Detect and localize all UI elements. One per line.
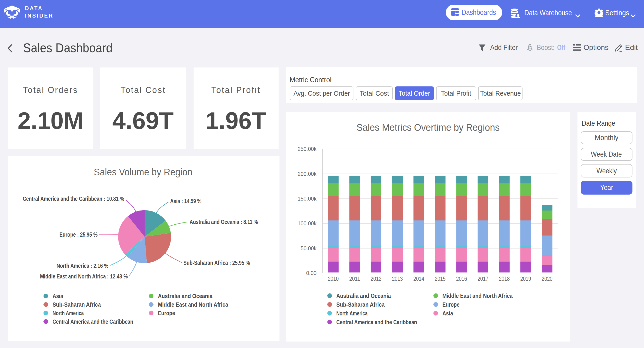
svg-text:2011: 2011: [349, 275, 360, 282]
svg-text:Sub-Saharan Africa: Sub-Saharan Africa: [52, 301, 101, 308]
svg-text:Sales Volume by Region: Sales Volume by Region: [94, 166, 192, 177]
svg-text:2016: 2016: [456, 275, 467, 282]
svg-text:2020: 2020: [542, 275, 552, 282]
svg-text:Australia and Oceania: Australia and Oceania: [158, 292, 212, 299]
svg-text:150.00k: 150.00k: [298, 195, 317, 202]
svg-text:2014: 2014: [414, 275, 424, 282]
svg-text:Europe : 25.95 %: Europe : 25.95 %: [59, 231, 98, 238]
svg-text:Australia and Oceania : 8.11 %: Australia and Oceania : 8.11 %: [190, 218, 258, 225]
svg-text:Sales Metrics Overtime by Regi: Sales Metrics Overtime by Regions: [356, 122, 500, 133]
svg-text:250.00k: 250.00k: [298, 146, 317, 152]
svg-text:2019: 2019: [520, 275, 531, 282]
svg-text:2018: 2018: [499, 275, 510, 282]
svg-text:2012: 2012: [371, 275, 382, 282]
svg-text:Australia and Oceania: Australia and Oceania: [336, 292, 391, 299]
svg-text:Sub-Saharan Africa : 25.95 %: Sub-Saharan Africa : 25.95 %: [184, 259, 250, 266]
svg-text:Europe: Europe: [442, 301, 460, 308]
svg-text:2017: 2017: [478, 275, 488, 282]
svg-text:Middle East and North Africa: Middle East and North Africa: [158, 301, 228, 308]
svg-text:50.00k: 50.00k: [300, 245, 317, 251]
svg-text:200.00k: 200.00k: [298, 171, 317, 177]
svg-text:North America: North America: [336, 310, 368, 317]
svg-text:Middle East and North Africa :: Middle East and North Africa : 12.43 %: [40, 273, 128, 280]
svg-text:100.00k: 100.00k: [298, 220, 317, 226]
svg-text:Central America and the Caribb: Central America and the Caribbean : 10.8…: [23, 195, 124, 202]
svg-text:Sub-Saharan Africa: Sub-Saharan Africa: [336, 301, 384, 308]
svg-text:2010: 2010: [328, 275, 339, 282]
svg-text:Central America and the Caribb: Central America and the Caribbean: [336, 319, 417, 325]
svg-text:Middle East and North Africa: Middle East and North Africa: [442, 292, 512, 299]
svg-text:2013: 2013: [392, 275, 403, 282]
svg-text:North America: North America: [52, 309, 84, 316]
svg-text:0.00: 0.00: [306, 270, 317, 276]
svg-text:Asia: Asia: [52, 292, 63, 299]
svg-text:2015: 2015: [435, 275, 446, 282]
svg-text:Asia : 14.59 %: Asia : 14.59 %: [170, 197, 202, 204]
svg-text:Asia: Asia: [442, 310, 453, 317]
svg-text:Europe: Europe: [158, 309, 175, 316]
svg-text:Central America and the Caribb: Central America and the Caribbean: [52, 318, 133, 325]
svg-text:North America : 2.16 %: North America : 2.16 %: [56, 262, 108, 269]
